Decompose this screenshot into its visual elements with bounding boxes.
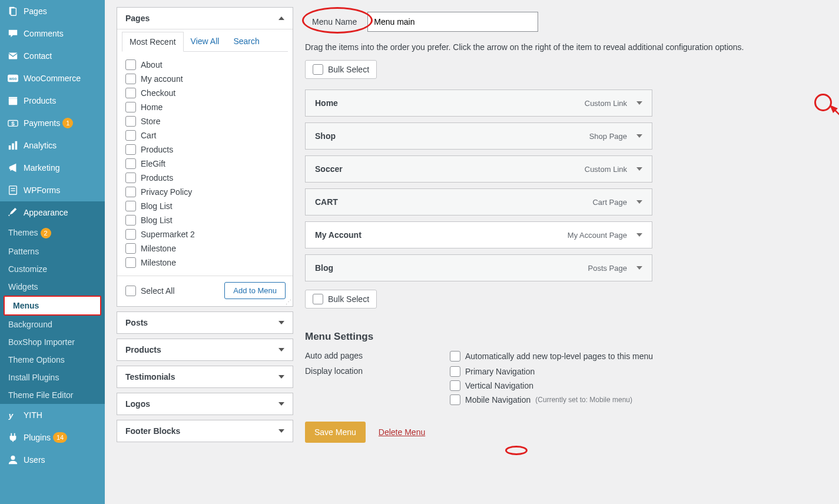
submenu-item-themes[interactable]: Themes2	[0, 224, 105, 243]
page-checkbox-row[interactable]: Milestone	[125, 256, 284, 270]
tab-most-recent[interactable]: Most Recent	[122, 32, 184, 52]
accordion-header[interactable]: Logos	[117, 393, 293, 415]
submenu-item-background[interactable]: Background	[0, 316, 105, 333]
menu-item-home[interactable]: HomeCustom Link	[305, 89, 652, 117]
page-checkbox-row[interactable]: Privacy Policy	[125, 185, 284, 199]
sidebar-item-contact[interactable]: Contact	[0, 45, 105, 67]
expand-icon	[278, 348, 284, 352]
menu-settings-title: Menu Settings	[305, 331, 827, 343]
sidebar-item-appearance[interactable]: Appearance	[0, 201, 105, 224]
page-checkbox-row[interactable]: Products	[125, 142, 284, 157]
page-checkbox-row[interactable]: Products	[125, 171, 284, 185]
sidebar-item-analytics[interactable]: Analytics	[0, 134, 105, 157]
menu-item-soccer[interactable]: SoccerCustom Link	[305, 155, 652, 183]
menu-item-type: Custom Link	[585, 165, 627, 174]
chevron-down-icon[interactable]	[636, 266, 642, 270]
expand-icon	[278, 321, 284, 324]
delete-menu-link[interactable]: Delete Menu	[379, 427, 425, 437]
sidebar-item-label: WPForms	[24, 185, 60, 195]
chevron-down-icon[interactable]	[636, 200, 642, 204]
accordion-header[interactable]: Footer Blocks	[117, 420, 293, 442]
page-checkbox-row[interactable]: EleGift	[125, 157, 284, 171]
menu-item-shop[interactable]: ShopShop Page	[305, 122, 652, 150]
sidebar-item-label: Marketing	[24, 163, 59, 173]
menu-item-cart[interactable]: CARTCart Page	[305, 188, 652, 215]
bulk-select-top[interactable]: Bulk Select	[305, 60, 377, 79]
sidebar-item-users[interactable]: Users	[0, 449, 105, 471]
page-checkbox-row[interactable]: Supermarket 2	[125, 227, 284, 241]
sidebar-item-payments[interactable]: $Payments1	[0, 112, 105, 134]
tab-search[interactable]: Search	[226, 32, 266, 51]
submenu-item-menus[interactable]: Menus	[4, 296, 101, 316]
checkbox-icon	[450, 366, 460, 377]
location-checkbox-vertical-navigation[interactable]: Vertical Navigation	[450, 380, 632, 391]
page-checkbox-row[interactable]: Blog List	[125, 213, 284, 227]
page-checkbox-row[interactable]: Store	[125, 114, 284, 128]
checkbox-icon	[125, 229, 136, 240]
bulk-select-bottom[interactable]: Bulk Select	[305, 290, 377, 309]
menu-item-blog[interactable]: BlogPosts Page	[305, 254, 652, 281]
select-all-row[interactable]: Select All	[125, 284, 175, 298]
sidebar-item-label: Pages	[24, 6, 47, 16]
count-badge: 14	[53, 432, 67, 443]
page-label: Store	[141, 117, 160, 126]
sidebar-item-comments[interactable]: Comments	[0, 22, 105, 45]
menu-item-type: Posts Page	[588, 264, 628, 273]
submenu-item-theme-file-editor[interactable]: Theme File Editor	[0, 386, 105, 404]
submenu-item-widgets[interactable]: Widgets	[0, 278, 105, 296]
chevron-down-icon[interactable]	[636, 134, 642, 138]
annotation-arrow	[827, 102, 839, 144]
submenu-item-theme-options[interactable]: Theme Options	[0, 351, 105, 369]
page-checkbox-row[interactable]: Checkout	[125, 86, 284, 100]
contact-icon	[7, 50, 19, 62]
posts-accordion: Posts	[117, 311, 293, 334]
location-checkbox-primary-navigation[interactable]: Primary Navigation	[450, 366, 632, 377]
add-to-menu-button[interactable]: Add to Menu	[224, 282, 286, 299]
accordion-header[interactable]: Posts	[117, 312, 293, 333]
page-checkbox-row[interactable]: Milestone	[125, 241, 284, 256]
accordion-header[interactable]: Testimonials	[117, 366, 293, 387]
sidebar-item-marketing[interactable]: Marketing	[0, 157, 105, 179]
location-checkbox-mobile-navigation[interactable]: Mobile Navigation(Currently set to: Mobi…	[450, 394, 632, 405]
page-label: Blog List	[141, 201, 173, 211]
save-menu-button[interactable]: Save Menu	[305, 422, 366, 443]
tab-view-all[interactable]: View All	[184, 32, 227, 51]
svg-marker-18	[830, 105, 838, 113]
submenu-item-customize[interactable]: Customize	[0, 260, 105, 278]
page-label: Cart	[141, 131, 156, 140]
resize-grip-icon[interactable]: ⋰	[286, 299, 291, 305]
page-checkbox-row[interactable]: Blog List	[125, 199, 284, 213]
sidebar-item-woocommerce[interactable]: wooWooCommerce	[0, 67, 105, 89]
page-label: Milestone	[141, 244, 176, 253]
chevron-down-icon[interactable]	[636, 101, 642, 105]
checkbox-icon	[313, 294, 323, 304]
page-checkbox-row[interactable]: Cart	[125, 128, 284, 142]
pages-accordion-header[interactable]: Pages	[117, 8, 293, 29]
page-label: My account	[141, 74, 183, 84]
accordion-header[interactable]: Products	[117, 339, 293, 360]
page-checkbox-row[interactable]: Home	[125, 100, 284, 114]
menu-item-my-account[interactable]: My AccountMy Account Page	[305, 221, 652, 248]
sidebar-item-plugins[interactable]: Plugins14	[0, 426, 105, 449]
svg-text:$: $	[11, 120, 15, 127]
page-checkbox-row[interactable]: About	[125, 58, 284, 72]
accordion-title: Products	[125, 345, 161, 354]
sidebar-item-wpforms[interactable]: WPForms	[0, 179, 105, 201]
auto-add-checkbox[interactable]: Automatically add new top-level pages to…	[450, 351, 653, 362]
sidebar-item-pages[interactable]: Pages	[0, 0, 105, 22]
submenu-label: Patterns	[8, 247, 39, 256]
marketing-icon	[7, 162, 19, 174]
sidebar-item-yith[interactable]: yYITH	[0, 404, 105, 426]
menu-name-input[interactable]	[367, 12, 538, 32]
submenu-label: Themes	[8, 228, 38, 237]
submenu-item-boxshop-importer[interactable]: BoxShop Importer	[0, 333, 105, 351]
chevron-down-icon[interactable]	[636, 233, 642, 237]
sidebar-item-products[interactable]: Products	[0, 89, 105, 112]
submenu-item-install-plugins[interactable]: Install Plugins	[0, 369, 105, 386]
submenu-item-patterns[interactable]: Patterns	[0, 243, 105, 260]
payments-icon: $	[7, 117, 19, 129]
checkbox-icon	[125, 74, 136, 84]
chevron-down-icon[interactable]	[636, 167, 642, 171]
page-checkbox-row[interactable]: My account	[125, 72, 284, 86]
select-all-label: Select All	[141, 286, 175, 296]
